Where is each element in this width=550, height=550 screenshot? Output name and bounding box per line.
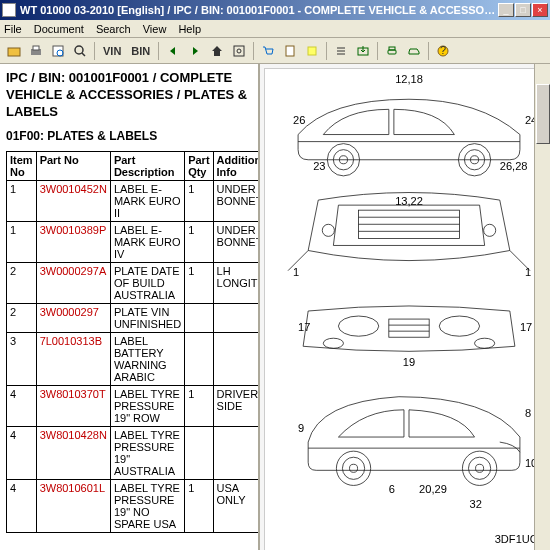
- table-row[interactable]: 43W8010428NLABEL TYRE PRESSURE 19" AUSTR…: [7, 426, 261, 479]
- cell-partno[interactable]: 3W8010601L: [36, 479, 110, 532]
- print-icon[interactable]: [26, 41, 46, 61]
- svg-rect-7: [234, 46, 244, 56]
- svg-point-53: [342, 457, 364, 479]
- cell-info: DRIVERS SIDE: [213, 385, 260, 426]
- menu-view[interactable]: View: [143, 23, 167, 35]
- svg-text:19: 19: [403, 356, 415, 368]
- col-desc[interactable]: Part Description: [110, 151, 184, 180]
- menu-document[interactable]: Document: [34, 23, 84, 35]
- cell-item: 1: [7, 180, 37, 221]
- search-icon[interactable]: [70, 41, 90, 61]
- ipc-heading: IPC / BIN: 001001F0001 / COMPLETE VEHICL…: [6, 70, 252, 121]
- back-icon[interactable]: [163, 41, 183, 61]
- cell-partno[interactable]: 3W0000297: [36, 303, 110, 332]
- svg-point-35: [322, 224, 334, 236]
- parts-list-panel[interactable]: IPC / BIN: 001001F0001 / COMPLETE VEHICL…: [0, 64, 260, 550]
- clipboard-icon[interactable]: [280, 41, 300, 61]
- cell-desc: LABEL E-MARK EURO IV: [110, 221, 184, 262]
- help-icon[interactable]: ?: [433, 41, 453, 61]
- table-row[interactable]: 23W0000297APLATE DATE OF BUILD AUSTRALIA…: [7, 262, 261, 303]
- svg-text:12,18: 12,18: [395, 73, 423, 85]
- svg-text:9: 9: [298, 422, 304, 434]
- cell-item: 4: [7, 426, 37, 479]
- svg-text:1: 1: [293, 266, 299, 278]
- svg-text:17: 17: [520, 321, 532, 333]
- svg-point-8: [237, 49, 241, 53]
- toolbar: VIN BIN ?: [0, 38, 550, 64]
- cell-partno[interactable]: 3W8010428N: [36, 426, 110, 479]
- svg-text:8: 8: [525, 407, 531, 419]
- toolbar-separator: [158, 42, 159, 60]
- table-row[interactable]: 13W0010389PLABEL E-MARK EURO IV1UNDER BO…: [7, 221, 261, 262]
- diagram-panel[interactable]: 12,18 26 24 23 26,28: [260, 64, 550, 550]
- minimize-button[interactable]: _: [498, 3, 514, 17]
- svg-text:32: 32: [470, 498, 482, 510]
- home-icon[interactable]: [207, 41, 227, 61]
- cell-partno[interactable]: 3W0000297A: [36, 262, 110, 303]
- find-icon[interactable]: [229, 41, 249, 61]
- cell-partno[interactable]: 3W0010389P: [36, 221, 110, 262]
- cell-info: [213, 332, 260, 385]
- table-row[interactable]: 23W0000297PLATE VIN UNFINISHED: [7, 303, 261, 332]
- vehicle-diagram[interactable]: 12,18 26 24 23 26,28: [264, 68, 550, 550]
- vertical-scrollbar[interactable]: [534, 64, 550, 550]
- svg-text:26: 26: [293, 114, 305, 126]
- table-row[interactable]: 13W0010452NLABEL E-MARK EURO II1UNDER BO…: [7, 180, 261, 221]
- cell-desc: LABEL TYRE PRESSURE 19" AUSTRALIA: [110, 426, 184, 479]
- svg-point-57: [476, 464, 484, 472]
- cell-partno[interactable]: 3W8010370T: [36, 385, 110, 426]
- cell-qty: [185, 303, 213, 332]
- cart-icon[interactable]: [258, 41, 278, 61]
- cell-desc: PLATE VIN UNFINISHED: [110, 303, 184, 332]
- menu-search[interactable]: Search: [96, 23, 131, 35]
- svg-point-55: [462, 451, 496, 485]
- cell-item: 2: [7, 303, 37, 332]
- ipc-subheading: 01F00: PLATES & LABELS: [6, 129, 252, 143]
- cell-qty: 1: [185, 180, 213, 221]
- cell-desc: LABEL BATTERY WARNING ARABIC: [110, 332, 184, 385]
- note-icon[interactable]: [302, 41, 322, 61]
- toolbar-separator: [94, 42, 95, 60]
- table-row[interactable]: 43W8010601LLABEL TYRE PRESSURE 19" NO SP…: [7, 479, 261, 532]
- svg-line-6: [82, 53, 85, 56]
- toolbar-separator: [428, 42, 429, 60]
- vin-button[interactable]: VIN: [99, 45, 125, 57]
- open-icon[interactable]: [4, 41, 24, 61]
- col-info[interactable]: Additional Info: [213, 151, 260, 180]
- cell-qty: 1: [185, 385, 213, 426]
- col-qty[interactable]: Part Qty: [185, 151, 213, 180]
- cell-desc: LABEL E-MARK EURO II: [110, 180, 184, 221]
- list-icon[interactable]: [331, 41, 351, 61]
- close-button[interactable]: ×: [532, 3, 548, 17]
- svg-point-43: [439, 316, 479, 336]
- forward-icon[interactable]: [185, 41, 205, 61]
- print-preview-icon[interactable]: [48, 41, 68, 61]
- scroll-thumb[interactable]: [536, 84, 550, 144]
- cell-desc: PLATE DATE OF BUILD AUSTRALIA: [110, 262, 184, 303]
- toolbar-separator: [326, 42, 327, 60]
- car-side-icon[interactable]: [404, 41, 424, 61]
- table-row[interactable]: 37L0010313BLABEL BATTERY WARNING ARABIC: [7, 332, 261, 385]
- col-partno[interactable]: Part No: [36, 151, 110, 180]
- maximize-button[interactable]: □: [515, 3, 531, 17]
- cell-partno[interactable]: 7L0010313B: [36, 332, 110, 385]
- cell-info: [213, 426, 260, 479]
- svg-point-36: [484, 224, 496, 236]
- col-item[interactable]: Item No: [7, 151, 37, 180]
- svg-point-56: [468, 457, 490, 479]
- svg-text:13,22: 13,22: [395, 195, 423, 207]
- parts-table: Item No Part No Part Description Part Qt…: [6, 151, 260, 533]
- svg-rect-44: [389, 319, 429, 337]
- cell-partno[interactable]: 3W0010452N: [36, 180, 110, 221]
- bin-button[interactable]: BIN: [127, 45, 154, 57]
- export-icon[interactable]: [353, 41, 373, 61]
- svg-text:26,28: 26,28: [500, 160, 528, 172]
- table-row[interactable]: 43W8010370TLABEL TYRE PRESSURE 19" ROW1D…: [7, 385, 261, 426]
- menu-file[interactable]: File: [4, 23, 22, 35]
- window-controls: _ □ ×: [498, 3, 548, 17]
- cell-item: 4: [7, 479, 37, 532]
- menu-help[interactable]: Help: [178, 23, 201, 35]
- car-front-icon[interactable]: [382, 41, 402, 61]
- cell-desc: LABEL TYRE PRESSURE 19" ROW: [110, 385, 184, 426]
- svg-point-47: [323, 338, 343, 348]
